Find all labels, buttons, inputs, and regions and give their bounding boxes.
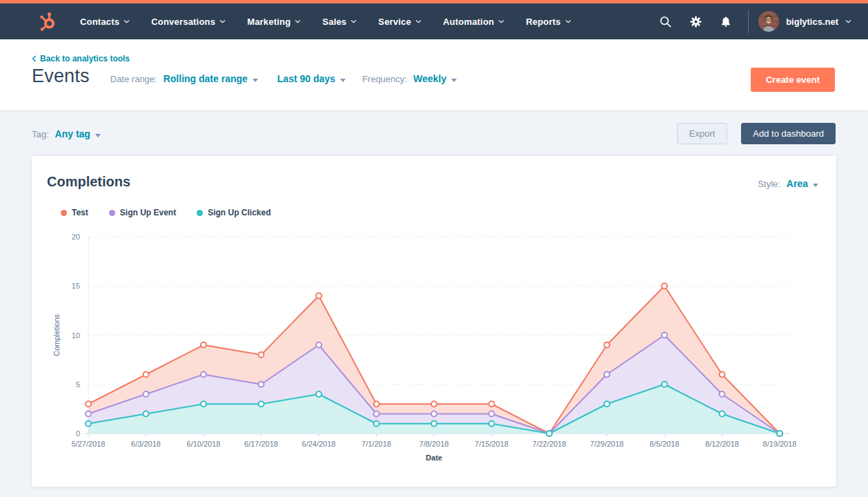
svg-text:6/17/2018: 6/17/2018 bbox=[244, 440, 278, 448]
chart-title: Completions bbox=[47, 174, 130, 190]
nav-item-label: Contacts bbox=[80, 17, 119, 27]
add-to-dashboard-button[interactable]: Add to dashboard bbox=[741, 123, 836, 144]
legend-dot-icon bbox=[109, 210, 115, 216]
nav-item-service[interactable]: Service bbox=[378, 17, 422, 27]
caret-down-icon bbox=[451, 79, 457, 82]
hubspot-logo-icon[interactable] bbox=[36, 10, 58, 32]
avatar bbox=[758, 11, 779, 32]
svg-text:5: 5 bbox=[76, 380, 80, 389]
chevron-left-icon bbox=[32, 55, 37, 62]
svg-text:0: 0 bbox=[76, 429, 80, 438]
events-analytics-page: { "nav": { "items": [ {"label": "Contact… bbox=[0, 0, 868, 497]
chart-area: 05101520Completions5/27/20186/3/20186/10… bbox=[47, 228, 821, 469]
chart-style-control: Style: Area bbox=[758, 178, 818, 189]
date-range-value: Rolling date range bbox=[164, 73, 248, 84]
legend-item-sign-up-event[interactable]: Sign Up Event bbox=[109, 208, 176, 217]
caret-down-icon bbox=[340, 79, 346, 82]
svg-text:6/24/2018: 6/24/2018 bbox=[302, 440, 336, 448]
page-title: Events bbox=[32, 66, 90, 87]
nav-item-label: Conversations bbox=[151, 17, 215, 27]
legend-label: Sign Up Clicked bbox=[208, 208, 270, 217]
svg-text:7/15/2018: 7/15/2018 bbox=[475, 440, 509, 448]
svg-text:8/19/2018: 8/19/2018 bbox=[763, 440, 797, 448]
notifications-bell-icon[interactable] bbox=[711, 15, 741, 28]
style-label: Style: bbox=[758, 179, 780, 189]
svg-text:5/27/2018: 5/27/2018 bbox=[72, 440, 106, 448]
svg-text:15: 15 bbox=[72, 282, 80, 290]
nav-item-contacts[interactable]: Contacts bbox=[80, 17, 130, 27]
nav-item-automation[interactable]: Automation bbox=[443, 17, 504, 27]
completions-area-chart[interactable]: 05101520Completions5/27/20186/3/20186/10… bbox=[47, 228, 821, 466]
svg-text:Date: Date bbox=[426, 454, 442, 462]
page-header: Back to analytics tools Events Date rang… bbox=[0, 39, 868, 110]
nav-item-label: Marketing bbox=[247, 17, 290, 27]
date-range-dropdown[interactable]: Rolling date range bbox=[164, 73, 258, 84]
legend-item-test[interactable]: Test bbox=[61, 208, 88, 217]
nav-item-label: Reports bbox=[526, 17, 561, 27]
rolling-range-value: Last 90 days bbox=[277, 73, 335, 84]
legend-label: Sign Up Event bbox=[120, 208, 176, 217]
chevron-down-icon bbox=[415, 19, 422, 23]
chevron-down-icon bbox=[845, 19, 851, 23]
toolbar-buttons: Export Add to dashboard bbox=[677, 123, 836, 144]
nav-menu: Contacts Conversations Marketing Sales S… bbox=[80, 17, 571, 27]
tag-dropdown[interactable]: Any tag bbox=[55, 128, 101, 139]
rolling-range-dropdown[interactable]: Last 90 days bbox=[277, 73, 346, 84]
nav-divider bbox=[748, 10, 749, 33]
header-row: Events Date range: Rolling date range La… bbox=[32, 66, 457, 87]
chevron-down-icon bbox=[124, 19, 130, 23]
nav-item-reports[interactable]: Reports bbox=[526, 17, 571, 27]
back-link-label: Back to analytics tools bbox=[40, 54, 130, 64]
chevron-down-icon bbox=[219, 19, 226, 23]
legend-label: Test bbox=[72, 208, 88, 217]
nav-item-conversations[interactable]: Conversations bbox=[151, 17, 226, 27]
search-icon[interactable] bbox=[650, 15, 680, 28]
back-to-analytics-link[interactable]: Back to analytics tools bbox=[32, 54, 130, 64]
svg-text:7/8/2018: 7/8/2018 bbox=[420, 440, 449, 448]
chevron-down-icon bbox=[295, 19, 301, 23]
caret-down-icon bbox=[813, 184, 818, 187]
create-event-button[interactable]: Create event bbox=[751, 68, 835, 92]
style-dropdown[interactable]: Area bbox=[787, 178, 818, 189]
completions-report-card: Completions Style: Area Test Sign Up Eve… bbox=[32, 156, 836, 487]
svg-text:7/22/2018: 7/22/2018 bbox=[533, 440, 566, 448]
frequency-label: Frequency: bbox=[362, 74, 407, 84]
svg-text:7/1/2018: 7/1/2018 bbox=[362, 440, 391, 448]
chart-legend: Test Sign Up Event Sign Up Clicked bbox=[61, 208, 271, 217]
report-toolbar: Tag: Any tag Export Add to dashboard bbox=[0, 110, 868, 156]
account-menu[interactable]: biglytics.net bbox=[758, 11, 851, 32]
settings-gear-icon[interactable] bbox=[680, 15, 711, 28]
nav-item-label: Automation bbox=[443, 17, 494, 27]
nav-utilities: biglytics.net bbox=[650, 10, 851, 33]
tag-label: Tag: bbox=[32, 129, 49, 139]
svg-text:8/12/2018: 8/12/2018 bbox=[705, 440, 739, 448]
svg-text:7/29/2018: 7/29/2018 bbox=[590, 440, 624, 448]
svg-text:20: 20 bbox=[72, 233, 80, 241]
tag-value: Any tag bbox=[55, 128, 90, 139]
nav-item-label: Sales bbox=[322, 17, 346, 27]
frequency-dropdown[interactable]: Weekly bbox=[413, 73, 457, 84]
nav-item-sales[interactable]: Sales bbox=[322, 17, 357, 27]
tag-filter: Tag: Any tag bbox=[32, 128, 101, 139]
caret-down-icon bbox=[95, 134, 101, 137]
report-filters: Date range: Rolling date range Last 90 d… bbox=[110, 73, 457, 84]
chevron-down-icon bbox=[565, 19, 571, 23]
frequency-value: Weekly bbox=[413, 73, 446, 84]
svg-text:6/10/2018: 6/10/2018 bbox=[187, 440, 221, 448]
export-button[interactable]: Export bbox=[677, 123, 728, 144]
chevron-down-icon bbox=[498, 19, 504, 23]
nav-item-marketing[interactable]: Marketing bbox=[247, 17, 301, 27]
account-domain: biglytics.net bbox=[786, 17, 838, 27]
nav-item-label: Service bbox=[378, 17, 411, 27]
svg-text:Completions: Completions bbox=[52, 313, 61, 356]
date-range-label: Date range: bbox=[110, 74, 157, 84]
chevron-down-icon bbox=[351, 19, 357, 23]
legend-dot-icon bbox=[61, 210, 67, 216]
style-value: Area bbox=[787, 178, 808, 189]
svg-text:10: 10 bbox=[72, 331, 80, 340]
main-navbar: Contacts Conversations Marketing Sales S… bbox=[0, 3, 868, 39]
svg-text:8/5/2018: 8/5/2018 bbox=[650, 440, 680, 448]
legend-item-sign-up-clicked[interactable]: Sign Up Clicked bbox=[197, 208, 270, 217]
legend-dot-icon bbox=[197, 210, 203, 216]
svg-text:6/3/2018: 6/3/2018 bbox=[131, 440, 161, 448]
